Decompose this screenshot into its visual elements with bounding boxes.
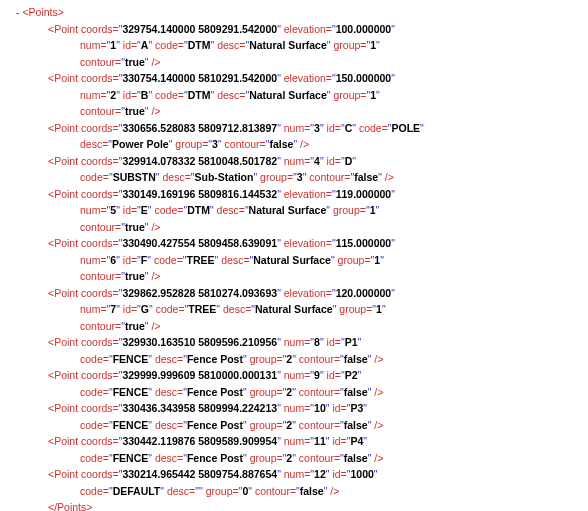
points-close-tag: </Points> — [48, 501, 92, 511]
points-open-tag: <Points> — [22, 6, 63, 18]
xml-content: - <Points><Point coords="329754.140000 5… — [0, 4, 588, 511]
